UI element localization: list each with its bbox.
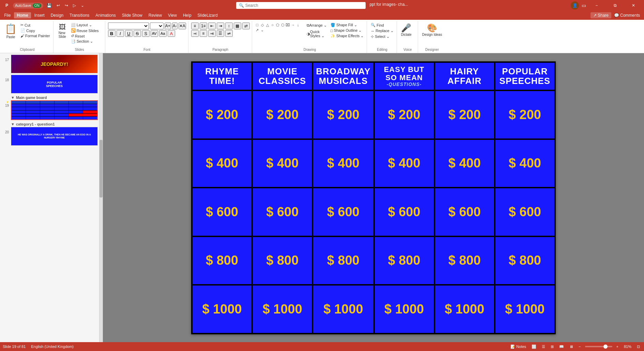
undo-button[interactable]: ↩: [55, 2, 61, 9]
quick-styles-button[interactable]: ◑ QuickStyles ⌄: [305, 29, 328, 39]
slide-thumb-20[interactable]: ★ 20 HE WAS ORIGINALLY A DRINK, THEN HE …: [1, 127, 98, 146]
layout-button[interactable]: ⬜ Layout ⌄: [70, 23, 100, 28]
share-button[interactable]: ↗ Share: [591, 12, 611, 18]
cell-3-4[interactable]: $ 600: [375, 188, 434, 235]
spacing-button[interactable]: AV: [151, 30, 158, 37]
comments-button[interactable]: 💬 Comments: [614, 13, 640, 18]
cell-5-4[interactable]: $ 1000: [375, 286, 434, 333]
view-reading-button[interactable]: 📖: [558, 344, 565, 349]
ribbon-display-button[interactable]: ▭: [582, 3, 586, 8]
cell-1-6[interactable]: $ 200: [495, 91, 554, 138]
menu-design[interactable]: Design: [48, 12, 66, 18]
cell-1-4[interactable]: $ 200: [375, 91, 434, 138]
center-button[interactable]: ≡: [200, 30, 207, 37]
smartart-button[interactable]: ⇌: [225, 30, 233, 37]
menu-home[interactable]: Home: [14, 12, 31, 18]
section-label-main-game[interactable]: ▼ Main game board: [11, 96, 98, 100]
shape-effects-button[interactable]: ✨ Shape Effects ⌄: [329, 33, 365, 39]
font-size-decrease-button[interactable]: A-: [172, 23, 178, 29]
customize-button[interactable]: ⌄: [79, 2, 86, 9]
slide-image-20[interactable]: HE WAS ORIGINALLY A DRINK, THEN HE BECAM…: [11, 127, 98, 146]
zoom-increase-button[interactable]: +: [615, 344, 620, 349]
zoom-decrease-button[interactable]: −: [577, 344, 582, 349]
redo-button[interactable]: ↪: [63, 2, 70, 9]
cell-4-1[interactable]: $ 800: [193, 237, 251, 284]
underline-button[interactable]: U: [125, 30, 133, 37]
cell-2-2[interactable]: $ 400: [253, 140, 312, 187]
cell-3-2[interactable]: $ 600: [253, 188, 312, 235]
cell-5-5[interactable]: $ 1000: [435, 286, 494, 333]
zoom-level[interactable]: 81%: [623, 344, 633, 349]
clear-format-button[interactable]: ✕A: [179, 23, 186, 29]
present-button[interactable]: ▷: [72, 2, 77, 9]
cell-1-5[interactable]: $ 200: [435, 91, 494, 138]
view-outline-button[interactable]: ☰: [540, 344, 547, 349]
cell-4-6[interactable]: $ 800: [495, 237, 554, 284]
menu-review[interactable]: Review: [146, 12, 165, 18]
bullets-button[interactable]: ≡: [191, 23, 199, 29]
slide-thumb-18[interactable]: ★ 18 POPULARSPEECHES: [1, 75, 98, 93]
align-right-button[interactable]: ⫥: [208, 30, 216, 37]
dictate-button[interactable]: 🎤 Dictate: [400, 23, 413, 37]
numbering-button[interactable]: 1≡: [200, 23, 207, 29]
view-slide-sorter-button[interactable]: ⊞: [549, 344, 555, 349]
search-bar[interactable]: 🔍: [236, 2, 366, 9]
view-normal-button[interactable]: ⬜: [530, 344, 538, 349]
cell-1-1[interactable]: $ 200: [193, 91, 251, 138]
save-button[interactable]: 💾: [45, 2, 53, 9]
shape-icon-9[interactable]: ↓: [296, 23, 301, 27]
language-button[interactable]: English (United Kingdom): [30, 344, 75, 349]
cell-4-4[interactable]: $ 800: [375, 237, 434, 284]
slide-image-17[interactable]: JEOPARDY!: [11, 55, 98, 73]
shape-icon-8[interactable]: →: [291, 23, 295, 27]
shape-expand[interactable]: ⌄: [260, 28, 265, 32]
slide-image-19[interactable]: [11, 100, 98, 120]
text-direction-button[interactable]: ⇄: [242, 23, 250, 29]
new-slide-button[interactable]: 🖼 NewSlide: [56, 23, 68, 39]
view-presenter-button[interactable]: 🖥: [568, 344, 574, 349]
font-size-increase-button[interactable]: A+: [165, 23, 171, 29]
copy-button[interactable]: 📄 Copy: [19, 28, 51, 33]
shape-icon-6[interactable]: ⬡: [280, 23, 285, 27]
shape-outline-button[interactable]: □ Shape Outline ⌄: [329, 28, 365, 33]
cell-3-1[interactable]: $ 600: [193, 188, 251, 235]
shape-icon-1[interactable]: □: [255, 23, 260, 27]
fit-slide-button[interactable]: ⊡: [635, 344, 641, 349]
notes-button[interactable]: 📝 Notes: [509, 344, 527, 349]
cell-2-1[interactable]: $ 400: [193, 140, 251, 187]
slide-image-18[interactable]: POPULARSPEECHES: [11, 75, 98, 93]
line-spacing-button[interactable]: ↕: [225, 23, 233, 29]
cell-1-2[interactable]: $ 200: [253, 91, 312, 138]
minimize-button[interactable]: −: [589, 0, 604, 11]
align-left-button[interactable]: ⫤: [191, 30, 199, 37]
scrollbar-thumb[interactable]: [99, 140, 103, 198]
cell-4-2[interactable]: $ 800: [253, 237, 312, 284]
increase-indent-button[interactable]: ⇥: [217, 23, 224, 29]
shape-icon-5[interactable]: ⬠: [275, 23, 280, 27]
replace-button[interactable]: ↔ Replace ⌄: [370, 28, 394, 33]
slide-thumb-19[interactable]: ★ 19: [1, 100, 98, 120]
font-color-button[interactable]: A: [168, 30, 175, 37]
cell-2-5[interactable]: $ 400: [435, 140, 494, 187]
format-painter-button[interactable]: 🖌 Format Painter: [19, 33, 51, 38]
close-button[interactable]: ✕: [626, 0, 641, 11]
shape-icon-4[interactable]: ○: [270, 23, 275, 27]
slide-thumb-17[interactable]: ★ 17 JEOPARDY!: [1, 55, 98, 73]
reuse-slides-button[interactable]: 🔁 Reuse Slides: [70, 28, 100, 33]
cell-3-3[interactable]: $ 600: [313, 188, 373, 235]
cell-1-3[interactable]: $ 200: [313, 91, 373, 138]
cell-5-1[interactable]: $ 1000: [193, 286, 251, 333]
shape-icon-10[interactable]: ↗: [255, 28, 260, 32]
cell-2-4[interactable]: $ 400: [375, 140, 434, 187]
arrange-button[interactable]: ⧉ Arrange ⌄: [305, 23, 328, 28]
section-collapse-icon-2[interactable]: ▼: [11, 122, 15, 126]
font-name-select[interactable]: [108, 23, 149, 29]
menu-file[interactable]: File: [1, 12, 13, 18]
shape-icon-2[interactable]: ◇: [260, 23, 265, 27]
slide-panel-scrollbar[interactable]: [99, 53, 103, 342]
slide-panel[interactable]: ★ 17 JEOPARDY! ★ 18 POPULARSPEECHES ▼ Ma…: [0, 53, 99, 342]
cell-5-2[interactable]: $ 1000: [253, 286, 312, 333]
cell-4-5[interactable]: $ 800: [435, 237, 494, 284]
zoom-slider[interactable]: [585, 346, 612, 347]
shape-icon-3[interactable]: △: [265, 23, 270, 27]
